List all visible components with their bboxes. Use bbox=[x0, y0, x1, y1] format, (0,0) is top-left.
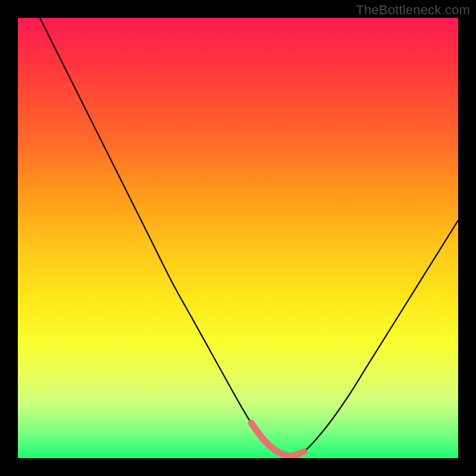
chart-frame: TheBottleneck.com bbox=[0, 0, 476, 476]
watermark-text: TheBottleneck.com bbox=[356, 2, 470, 18]
plot-gradient-background bbox=[18, 18, 458, 458]
